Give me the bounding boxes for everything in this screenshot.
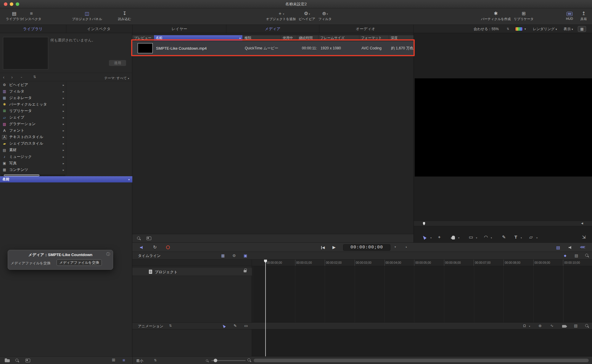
chevron-down-icon[interactable]: ▾ [491,237,492,239]
view-menu[interactable]: 表示 ▾ [564,25,573,33]
timeline-ruler[interactable]: 00:00:00;0000:00:01;0000:00:02;0000:00:0… [252,260,592,266]
library-category[interactable]: A テキストのスタイル ▸ [0,134,66,140]
library-category[interactable]: ▱ シェイプ ▸ [0,114,66,121]
go-to-start-icon[interactable]: ◀ [321,246,325,249]
select-tool-icon[interactable] [423,235,426,240]
theme-filter[interactable]: テーマ: すべて ▾ [104,76,129,80]
library-category[interactable]: ▥ フィルタ ▸ [0,88,66,95]
timer-icon[interactable]: ◔ [405,245,407,250]
bezier-tool-icon[interactable]: ◠ [484,234,488,240]
library-category[interactable]: A フォント ▸ [0,127,66,134]
forward-icon[interactable]: › [11,75,13,79]
remove-icon[interactable]: - [21,75,22,79]
disclosure-icon[interactable]: ▸ [63,96,64,100]
rectangle-tool-icon[interactable]: ▭ [469,234,473,240]
back-icon[interactable]: ‹ [3,75,4,79]
disclosure-icon[interactable]: ▸ [63,116,64,119]
keyframe-box-icon[interactable]: ▭ [244,323,248,328]
disclosure-icon[interactable]: ▸ [63,122,64,126]
chevron-down-icon[interactable]: ▾ [525,25,526,33]
icon-view-icon[interactable]: ⊞ [112,357,115,362]
zoom-stepper-icon[interactable]: ⇅ [507,25,509,33]
camera-icon[interactable] [562,325,566,328]
toolbar-library[interactable]: ▤ ライブラリ [6,10,22,21]
media-row[interactable]: SMPTE-Like Countdown.mp4 QuickTime ムービー … [132,41,414,55]
disclosure-icon[interactable]: ▸ [63,168,64,172]
track-lane-area[interactable] [252,266,592,322]
toolbar-behaviors[interactable]: ⚙▾ ビヘイビア [299,10,315,21]
tab-inspector[interactable]: インスペクタ [87,25,111,33]
library-category[interactable]: ▨ グラデーション ▸ [0,121,66,127]
disclosure-icon[interactable]: ▸ [63,90,64,93]
fit-zoom-control[interactable]: 合わせる：55% [474,25,499,33]
apply-button[interactable]: 適用 [109,60,126,66]
column-format[interactable]: フォーマット [359,35,389,41]
tab-layers[interactable]: レイヤー [172,25,187,33]
rendering-menu[interactable]: レンダリング ▾ [533,25,557,33]
toolbar-share[interactable]: ↥ 共有 [580,10,587,21]
canvas[interactable] [415,78,592,177]
chevron-down-icon[interactable]: ▾ [521,237,522,239]
layers-view-icon[interactable]: ▣ [244,253,247,258]
toolbar-replicator[interactable]: ⊞ リプリケータ [514,10,533,21]
lower-track-lane[interactable] [252,329,592,356]
column-depth[interactable]: 深度 [389,35,414,41]
paint-stroke-tool-icon[interactable]: ✎ [502,234,506,240]
mask-tool-icon[interactable]: ▱ [529,234,533,240]
collapse-timeline-icon[interactable]: ⋘ [580,245,585,249]
film-strip-icon[interactable]: ▤ [574,323,577,328]
timeline-zoom-icon[interactable] [585,254,589,258]
chevron-down-icon[interactable]: ▾ [430,237,432,239]
column-duration[interactable]: 継続時間 [297,35,318,41]
column-preview[interactable]: プレビュー [132,35,154,41]
timeline-zoom-level[interactable]: 最小 [136,358,143,363]
filter-view-icon[interactable] [147,237,151,240]
zoom-out-icon[interactable] [206,360,209,363]
library-category[interactable]: ⊞ リプリケータ ▸ [0,108,66,114]
keyframe-icon[interactable]: ◆ [564,254,566,258]
canvas-grid-button[interactable]: ▦ [578,26,586,32]
zoom-in-icon[interactable] [247,358,251,362]
disclosure-icon[interactable]: ▸ [63,148,64,152]
hand-tool-icon[interactable] [452,235,455,241]
playhead-marker-icon[interactable] [423,222,425,225]
film-icon[interactable]: ▤ [575,253,578,258]
timeline-scrollbar[interactable] [254,359,589,362]
column-in-use[interactable]: 使用中 [281,35,297,41]
text-tool-icon[interactable]: T [514,234,517,240]
library-category[interactable]: ⚙ ビヘイビア ▸ [0,82,66,88]
disclosure-icon[interactable]: ▸ [63,83,64,87]
zoom-icon[interactable] [585,324,589,328]
library-category[interactable]: ▦ コンテンツ ▸ [0,166,66,173]
library-category[interactable]: ♪ ミュージック ▸ [0,153,66,160]
library-category[interactable]: ▣ 写真 ▸ [0,160,66,166]
library-category[interactable]: ✱ パーティクルエミッタ ▸ [0,101,66,108]
tab-media[interactable]: メディア [265,25,280,33]
library-category[interactable]: ▤ 素材 ▸ [0,147,66,153]
library-name-header[interactable]: 名前 ▴ [0,176,132,182]
playhead-line[interactable] [265,260,266,356]
search-icon[interactable] [15,359,19,363]
toolbar-make-particles[interactable]: ✱ パーティクルを作成 [481,10,511,21]
toolbar-add-object[interactable]: ＋▾ オブジェクトを追加 [266,10,296,21]
search-icon[interactable] [137,237,141,240]
project-track-row[interactable]: プロジェクト [132,268,252,276]
disclosure-icon[interactable]: ▸ [63,129,64,132]
fullscreen-icon[interactable]: ⇲ [582,234,586,240]
column-name[interactable]: 名前 ▴ [154,35,243,41]
library-category[interactable]: ▰ シェイプのスタイル ▸ [0,140,66,147]
chevron-down-icon[interactable]: ▾ [395,245,396,248]
tab-audio[interactable]: オーディオ [356,25,375,33]
replace-media-button[interactable]: メディアファイルを交換 [57,259,102,266]
checkerboard-icon[interactable]: ▦ [221,253,225,258]
toolbar-project-panel[interactable]: ◫ プロジェクトパネル [72,10,102,21]
toolbar-filters[interactable]: ⊚▾ フィルタ [318,10,332,21]
canvas-scrubber[interactable]: ◀ [414,221,592,226]
chevron-down-icon[interactable]: ▾ [529,325,530,328]
toolbar-import[interactable]: ↧ 読み込む [118,10,131,21]
disclosure-icon[interactable]: ▸ [63,162,64,165]
disclosure-icon[interactable]: ▸ [63,142,64,145]
toolbar-inspector[interactable]: ≡ インスペクタ [21,10,41,21]
new-folder-icon[interactable] [5,358,10,362]
show-hud-icon[interactable]: ▤ [556,245,560,250]
